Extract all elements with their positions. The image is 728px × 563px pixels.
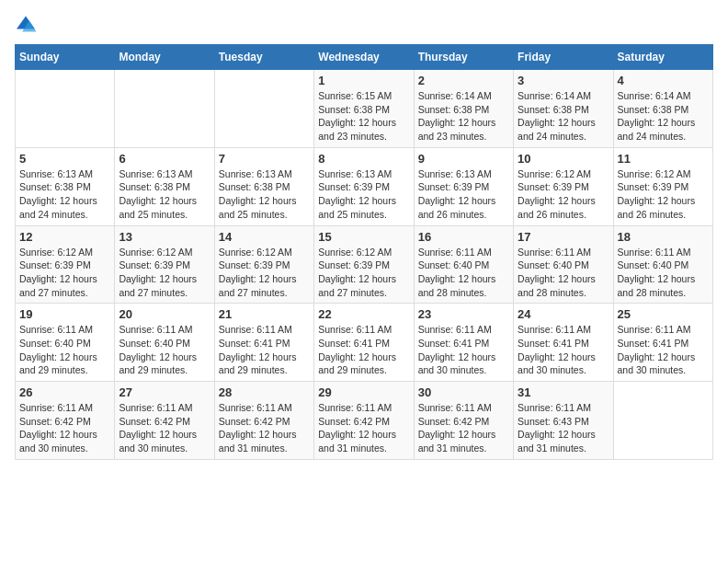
day-info: Sunrise: 6:11 AM Sunset: 6:41 PM Dayligh… bbox=[219, 323, 310, 377]
calendar-cell bbox=[613, 382, 712, 460]
day-info: Sunrise: 6:11 AM Sunset: 6:42 PM Dayligh… bbox=[418, 401, 509, 455]
calendar-cell: 10Sunrise: 6:12 AM Sunset: 6:39 PM Dayli… bbox=[514, 147, 613, 225]
day-info: Sunrise: 6:11 AM Sunset: 6:40 PM Dayligh… bbox=[19, 323, 110, 377]
day-number: 19 bbox=[19, 307, 110, 321]
calendar-week-row: 26Sunrise: 6:11 AM Sunset: 6:42 PM Dayli… bbox=[16, 382, 713, 460]
day-number: 23 bbox=[418, 307, 509, 321]
day-info: Sunrise: 6:12 AM Sunset: 6:39 PM Dayligh… bbox=[219, 246, 310, 300]
calendar-cell: 17Sunrise: 6:11 AM Sunset: 6:40 PM Dayli… bbox=[514, 225, 613, 304]
calendar-cell bbox=[115, 70, 214, 148]
calendar-cell: 1Sunrise: 6:15 AM Sunset: 6:38 PM Daylig… bbox=[314, 70, 414, 148]
day-number: 2 bbox=[418, 74, 509, 87]
weekday-header-sunday: Sunday bbox=[16, 45, 115, 70]
weekday-header-tuesday: Tuesday bbox=[214, 45, 313, 70]
calendar-cell: 21Sunrise: 6:11 AM Sunset: 6:41 PM Dayli… bbox=[214, 304, 313, 382]
day-number: 22 bbox=[318, 307, 409, 321]
weekday-header-friday: Friday bbox=[514, 45, 613, 70]
day-info: Sunrise: 6:12 AM Sunset: 6:39 PM Dayligh… bbox=[318, 246, 409, 300]
calendar-cell: 31Sunrise: 6:11 AM Sunset: 6:43 PM Dayli… bbox=[514, 382, 613, 460]
day-number: 6 bbox=[119, 152, 210, 166]
calendar-cell: 3Sunrise: 6:14 AM Sunset: 6:38 PM Daylig… bbox=[514, 70, 613, 148]
day-info: Sunrise: 6:14 AM Sunset: 6:38 PM Dayligh… bbox=[618, 89, 709, 144]
day-number: 24 bbox=[518, 307, 609, 321]
calendar-cell: 11Sunrise: 6:12 AM Sunset: 6:39 PM Dayli… bbox=[613, 147, 712, 225]
logo bbox=[15, 15, 40, 33]
day-info: Sunrise: 6:11 AM Sunset: 6:42 PM Dayligh… bbox=[318, 401, 409, 455]
day-number: 1 bbox=[318, 74, 409, 87]
day-info: Sunrise: 6:11 AM Sunset: 6:40 PM Dayligh… bbox=[119, 323, 210, 377]
day-info: Sunrise: 6:11 AM Sunset: 6:41 PM Dayligh… bbox=[318, 323, 409, 377]
day-number: 17 bbox=[518, 230, 609, 244]
generalblue-logo-icon bbox=[15, 15, 37, 33]
calendar-cell: 4Sunrise: 6:14 AM Sunset: 6:38 PM Daylig… bbox=[613, 70, 712, 148]
calendar-cell: 30Sunrise: 6:11 AM Sunset: 6:42 PM Dayli… bbox=[414, 382, 513, 460]
day-info: Sunrise: 6:11 AM Sunset: 6:43 PM Dayligh… bbox=[518, 401, 609, 455]
calendar-cell: 29Sunrise: 6:11 AM Sunset: 6:42 PM Dayli… bbox=[314, 382, 414, 460]
day-info: Sunrise: 6:14 AM Sunset: 6:38 PM Dayligh… bbox=[418, 89, 509, 144]
calendar-cell: 23Sunrise: 6:11 AM Sunset: 6:41 PM Dayli… bbox=[414, 304, 513, 382]
day-number: 12 bbox=[19, 230, 110, 244]
day-number: 8 bbox=[318, 152, 409, 166]
day-number: 30 bbox=[418, 385, 509, 399]
calendar-cell: 18Sunrise: 6:11 AM Sunset: 6:40 PM Dayli… bbox=[613, 225, 712, 304]
weekday-header-thursday: Thursday bbox=[414, 45, 513, 70]
day-number: 11 bbox=[618, 152, 709, 166]
calendar-cell: 13Sunrise: 6:12 AM Sunset: 6:39 PM Dayli… bbox=[115, 225, 214, 304]
day-number: 9 bbox=[418, 152, 509, 166]
calendar-cell: 6Sunrise: 6:13 AM Sunset: 6:38 PM Daylig… bbox=[115, 147, 214, 225]
calendar-cell: 2Sunrise: 6:14 AM Sunset: 6:38 PM Daylig… bbox=[414, 70, 513, 148]
day-info: Sunrise: 6:12 AM Sunset: 6:39 PM Dayligh… bbox=[119, 246, 210, 300]
day-number: 5 bbox=[19, 152, 110, 166]
day-number: 16 bbox=[418, 230, 509, 244]
day-number: 18 bbox=[618, 230, 709, 244]
calendar-cell: 14Sunrise: 6:12 AM Sunset: 6:39 PM Dayli… bbox=[214, 225, 313, 304]
calendar-week-row: 19Sunrise: 6:11 AM Sunset: 6:40 PM Dayli… bbox=[16, 304, 713, 382]
day-number: 29 bbox=[318, 385, 409, 399]
day-info: Sunrise: 6:11 AM Sunset: 6:42 PM Dayligh… bbox=[219, 401, 310, 455]
day-info: Sunrise: 6:13 AM Sunset: 6:39 PM Dayligh… bbox=[418, 167, 509, 222]
calendar-cell bbox=[214, 70, 313, 148]
calendar-cell: 24Sunrise: 6:11 AM Sunset: 6:41 PM Dayli… bbox=[514, 304, 613, 382]
calendar-cell: 16Sunrise: 6:11 AM Sunset: 6:40 PM Dayli… bbox=[414, 225, 513, 304]
calendar-cell: 28Sunrise: 6:11 AM Sunset: 6:42 PM Dayli… bbox=[214, 382, 313, 460]
day-info: Sunrise: 6:11 AM Sunset: 6:40 PM Dayligh… bbox=[618, 246, 709, 300]
day-number: 10 bbox=[518, 152, 609, 166]
day-info: Sunrise: 6:11 AM Sunset: 6:42 PM Dayligh… bbox=[119, 401, 210, 455]
day-number: 26 bbox=[19, 385, 110, 399]
calendar-cell: 22Sunrise: 6:11 AM Sunset: 6:41 PM Dayli… bbox=[314, 304, 414, 382]
day-number: 31 bbox=[518, 385, 609, 399]
calendar-cell: 15Sunrise: 6:12 AM Sunset: 6:39 PM Dayli… bbox=[314, 225, 414, 304]
day-info: Sunrise: 6:11 AM Sunset: 6:41 PM Dayligh… bbox=[618, 323, 709, 377]
day-info: Sunrise: 6:11 AM Sunset: 6:40 PM Dayligh… bbox=[518, 246, 609, 300]
weekday-header-row: SundayMondayTuesdayWednesdayThursdayFrid… bbox=[16, 45, 713, 70]
day-number: 28 bbox=[219, 385, 310, 399]
day-info: Sunrise: 6:12 AM Sunset: 6:39 PM Dayligh… bbox=[19, 246, 110, 300]
calendar-week-row: 1Sunrise: 6:15 AM Sunset: 6:38 PM Daylig… bbox=[16, 70, 713, 148]
day-number: 20 bbox=[119, 307, 210, 321]
page-header bbox=[15, 15, 713, 33]
day-info: Sunrise: 6:13 AM Sunset: 6:38 PM Dayligh… bbox=[219, 167, 310, 222]
day-number: 25 bbox=[618, 307, 709, 321]
calendar-cell: 7Sunrise: 6:13 AM Sunset: 6:38 PM Daylig… bbox=[214, 147, 313, 225]
day-info: Sunrise: 6:11 AM Sunset: 6:40 PM Dayligh… bbox=[418, 246, 509, 300]
day-number: 7 bbox=[219, 152, 310, 166]
calendar-week-row: 5Sunrise: 6:13 AM Sunset: 6:38 PM Daylig… bbox=[16, 147, 713, 225]
calendar-cell: 26Sunrise: 6:11 AM Sunset: 6:42 PM Dayli… bbox=[16, 382, 115, 460]
calendar-cell: 25Sunrise: 6:11 AM Sunset: 6:41 PM Dayli… bbox=[613, 304, 712, 382]
calendar-body: 1Sunrise: 6:15 AM Sunset: 6:38 PM Daylig… bbox=[16, 70, 713, 460]
calendar-cell: 8Sunrise: 6:13 AM Sunset: 6:39 PM Daylig… bbox=[314, 147, 414, 225]
day-info: Sunrise: 6:11 AM Sunset: 6:41 PM Dayligh… bbox=[418, 323, 509, 377]
day-info: Sunrise: 6:11 AM Sunset: 6:42 PM Dayligh… bbox=[19, 401, 110, 455]
day-info: Sunrise: 6:13 AM Sunset: 6:38 PM Dayligh… bbox=[119, 167, 210, 222]
weekday-header-saturday: Saturday bbox=[613, 45, 712, 70]
calendar-header: SundayMondayTuesdayWednesdayThursdayFrid… bbox=[16, 45, 713, 70]
day-info: Sunrise: 6:12 AM Sunset: 6:39 PM Dayligh… bbox=[518, 167, 609, 222]
day-number: 27 bbox=[119, 385, 210, 399]
calendar-cell: 9Sunrise: 6:13 AM Sunset: 6:39 PM Daylig… bbox=[414, 147, 513, 225]
calendar-week-row: 12Sunrise: 6:12 AM Sunset: 6:39 PM Dayli… bbox=[16, 225, 713, 304]
day-number: 21 bbox=[219, 307, 310, 321]
day-number: 4 bbox=[618, 74, 709, 87]
day-number: 14 bbox=[219, 230, 310, 244]
calendar-cell: 19Sunrise: 6:11 AM Sunset: 6:40 PM Dayli… bbox=[16, 304, 115, 382]
day-number: 13 bbox=[119, 230, 210, 244]
